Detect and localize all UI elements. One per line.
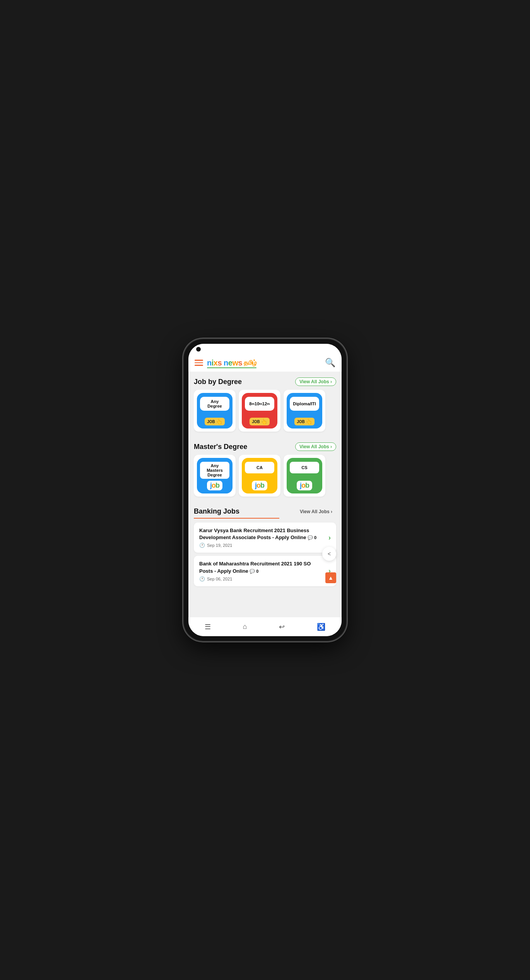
- phone-frame: nixs newsதமிழ் 🔍 Job by Degree View All …: [184, 339, 346, 641]
- masters-degree-header: Master's Degree View All Jobs ›: [194, 442, 336, 451]
- share-fab-button[interactable]: <: [322, 547, 336, 561]
- bottom-nav-home[interactable]: ⌂: [243, 623, 247, 631]
- banking-jobs-title: Banking Jobs: [194, 507, 239, 516]
- banking-job-2-date: Sep 06, 2021: [207, 577, 232, 581]
- banking-job-1-date: Sep 19, 2021: [207, 543, 232, 548]
- any-degree-card[interactable]: Any Degree JOB 👆: [197, 393, 233, 429]
- view-all-degree-button[interactable]: View All Jobs ›: [295, 377, 336, 386]
- masters-degree-section: Master's Degree View All Jobs › Any Mast…: [188, 437, 342, 502]
- job-by-degree-section: Job by Degree View All Jobs › Any Degree…: [188, 372, 342, 437]
- app-header: nixs newsதமிழ் 🔍: [188, 355, 342, 372]
- banking-job-2-meta: 🕐 Sep 06, 2021: [199, 576, 325, 582]
- banking-job-1-content: Karur Vysya Bank Recruitment 2021 Busine…: [199, 527, 325, 548]
- banking-job-1[interactable]: Karur Vysya Bank Recruitment 2021 Busine…: [194, 522, 336, 553]
- banking-jobs-list: Karur Vysya Bank Recruitment 2021 Busine…: [194, 522, 336, 593]
- comment-icon-1: 💬 0: [308, 535, 316, 540]
- banking-job-2[interactable]: Bank of Maharashtra Recruitment 2021 190…: [194, 556, 336, 586]
- cs-card[interactable]: CS job: [287, 458, 322, 493]
- cs-card-wrapper[interactable]: CS job: [284, 455, 325, 497]
- bottom-nav-accessibility[interactable]: ♿: [317, 623, 325, 631]
- menu-icon[interactable]: [195, 360, 203, 366]
- diploma-iti-card[interactable]: Diploma/ITI JOB 👆: [287, 393, 322, 429]
- masters-cards-row: Any Masters Degree job CA job: [194, 455, 336, 502]
- banking-job-2-content: Bank of Maharashtra Recruitment 2021 190…: [199, 560, 325, 581]
- banking-job-2-title: Bank of Maharashtra Recruitment 2021 190…: [199, 560, 325, 574]
- phone-screen: nixs newsதமிழ் 🔍 Job by Degree View All …: [188, 344, 342, 636]
- degree-cards-row: Any Degree JOB 👆 8th 10th 12th JOB: [194, 390, 336, 437]
- bottom-nav-back[interactable]: ↩: [279, 623, 285, 631]
- 8th-10th-12th-card[interactable]: 8th 10th 12th JOB 👆: [242, 393, 277, 429]
- banking-job-1-title: Karur Vysya Bank Recruitment 2021 Busine…: [199, 527, 325, 541]
- ca-card[interactable]: CA job: [242, 458, 277, 493]
- chevron-right-icon-1: ›: [328, 534, 331, 542]
- banking-jobs-section: Banking Jobs View All Jobs › Karur Vysya…: [188, 502, 342, 593]
- any-masters-card[interactable]: Any Masters Degree job: [197, 458, 233, 493]
- diploma-iti-card-wrapper[interactable]: Diploma/ITI JOB 👆: [284, 390, 325, 432]
- banking-job-1-meta: 🕐 Sep 19, 2021: [199, 543, 325, 548]
- 8th-10th-12th-job-badge: JOB 👆: [250, 418, 270, 425]
- 8th-10th-12th-label: 8th 10th 12th: [245, 397, 274, 411]
- job-by-degree-header: Job by Degree View All Jobs ›: [194, 377, 336, 386]
- app-logo: nixs newsதமிழ்: [207, 359, 256, 367]
- any-masters-label: Any Masters Degree: [200, 462, 229, 479]
- status-bar: [188, 344, 342, 355]
- any-masters-card-wrapper[interactable]: Any Masters Degree job: [194, 455, 236, 497]
- comment-icon-2: 💬 0: [250, 569, 258, 574]
- job-by-degree-title: Job by Degree: [194, 378, 242, 386]
- diploma-iti-job-badge: JOB 👆: [294, 418, 315, 425]
- 8th-10th-12th-card-wrapper[interactable]: 8th 10th 12th JOB 👆: [239, 390, 280, 432]
- any-degree-label: Any Degree: [200, 397, 229, 411]
- any-degree-card-wrapper[interactable]: Any Degree JOB 👆: [194, 390, 236, 432]
- ca-label: CA: [245, 462, 274, 473]
- ca-job-logo: job: [252, 481, 267, 490]
- diploma-iti-label: Diploma/ITI: [290, 397, 319, 411]
- clock-icon-1: 🕐: [199, 543, 205, 548]
- any-degree-job-badge: JOB 👆: [205, 418, 225, 425]
- clock-icon-2: 🕐: [199, 576, 205, 582]
- bottom-nav: ☰ ⌂ ↩ ♿: [188, 617, 342, 636]
- cs-label: CS: [290, 462, 319, 473]
- view-all-masters-button[interactable]: View All Jobs ›: [295, 442, 336, 451]
- banking-divider: [194, 518, 336, 519]
- cs-job-logo: job: [297, 481, 312, 490]
- masters-degree-title: Master's Degree: [194, 443, 247, 451]
- search-icon[interactable]: 🔍: [325, 358, 335, 368]
- banking-jobs-header: Banking Jobs View All Jobs ›: [194, 507, 336, 516]
- camera: [196, 347, 201, 352]
- ca-card-wrapper[interactable]: CA job: [239, 455, 280, 497]
- view-all-banking-button[interactable]: View All Jobs ›: [296, 508, 336, 516]
- any-masters-job-logo: job: [207, 481, 222, 490]
- scroll-top-button[interactable]: ▲: [325, 572, 336, 583]
- main-content: Job by Degree View All Jobs › Any Degree…: [188, 372, 342, 617]
- bottom-nav-menu[interactable]: ☰: [205, 623, 211, 631]
